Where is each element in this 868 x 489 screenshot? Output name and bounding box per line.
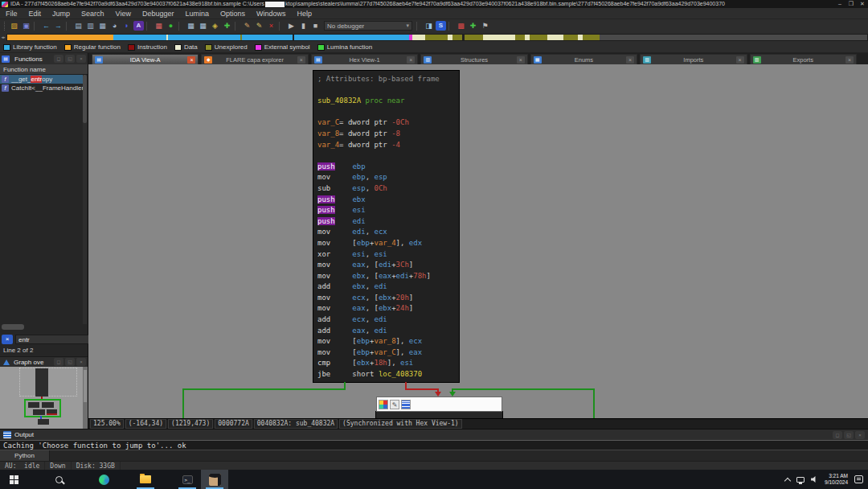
next-basic-block[interactable]	[376, 412, 502, 418]
script-icon[interactable]: S	[436, 21, 446, 31]
basic-block-node[interactable]: ; Attributes: bp-based frame sub_40832A …	[313, 71, 459, 382]
output-panel-header[interactable]: Output ◻ ◱ ×	[0, 429, 868, 440]
edit-icon[interactable]: ✎	[254, 21, 264, 31]
jump-name-icon[interactable]: ▥	[85, 21, 96, 31]
functions-horizontal-scrollbar[interactable]	[2, 324, 24, 330]
menu-file[interactable]: File	[0, 8, 23, 19]
tab-close-icon[interactable]: ×	[845, 56, 854, 64]
tray-network-icon[interactable]	[796, 477, 805, 483]
cancel-debug-icon[interactable]: ×	[266, 21, 276, 31]
asm-line[interactable]: add ebx, edi	[317, 281, 459, 293]
asm-line[interactable]: mov [ebp+var_8], ecx	[317, 336, 459, 347]
graph-overview-minimap[interactable]	[0, 367, 88, 429]
asm-line[interactable]	[317, 150, 459, 162]
node-color-palette-icon[interactable]	[379, 400, 388, 409]
taskbar-clock[interactable]: 3:21 AM 9/10/2024	[825, 473, 848, 486]
start-button[interactable]	[0, 470, 27, 489]
node-edit-icon[interactable]: ✎	[390, 400, 399, 409]
minimap-scrollbar[interactable]	[83, 367, 88, 429]
breakpoint-list-icon[interactable]: ▦	[186, 21, 196, 31]
taskbar-edge-button[interactable]	[90, 470, 117, 489]
tab-imports[interactable]: ▥Imports×	[640, 54, 747, 64]
asm-line[interactable]: cmp [ebx+18h], esi	[317, 358, 459, 369]
python-prompt-label[interactable]: Python	[0, 450, 50, 461]
menu-debugger[interactable]: Debugger	[137, 8, 180, 19]
functions-panel-header[interactable]: ▤ Functions ◻ ◱ ×	[0, 53, 88, 64]
asm-line[interactable]	[317, 85, 459, 97]
snapshot-icon[interactable]: ▦	[154, 21, 164, 31]
menu-view[interactable]: View	[110, 8, 137, 19]
taskbar-terminal-button[interactable]: >_	[174, 470, 201, 489]
tab-close-icon[interactable]: ×	[297, 56, 305, 64]
panel-close-icon[interactable]: ×	[76, 55, 86, 63]
step-into-icon[interactable]: ✚	[222, 21, 232, 31]
function-name-column-header[interactable]: Function name	[0, 64, 88, 75]
text-a-icon[interactable]: A	[133, 21, 144, 31]
clear-search-icon[interactable]: ×	[2, 335, 13, 344]
search-binary-icon[interactable]: ◕	[109, 21, 120, 31]
asm-line[interactable]: mov ebp, esp	[317, 172, 459, 183]
function-list-item[interactable]: fCatchIt<__FrameHandler3>(EHEx	[0, 84, 83, 92]
asm-line[interactable]: var_C= dword ptr -0Ch	[317, 117, 459, 129]
lumina-push-icon[interactable]: ✚	[468, 21, 478, 31]
tab-close-icon[interactable]: ×	[736, 56, 744, 64]
tab-close-icon[interactable]: ×	[517, 56, 525, 64]
menu-jump[interactable]: Jump	[47, 8, 76, 19]
asm-line[interactable]: var_4= dword ptr -4	[317, 140, 459, 151]
asm-line[interactable]: xor esi, esi	[317, 249, 459, 261]
taskbar-ida-button[interactable]	[201, 470, 228, 489]
asm-line[interactable]: sub esp, 0Ch	[317, 183, 459, 195]
asm-line[interactable]: mov [ebp+var_4], edx	[317, 238, 459, 249]
tab-flare-capa-explorer[interactable]: ◆FLARE capa explorer×	[201, 54, 308, 64]
tray-chevron-up-icon[interactable]	[785, 476, 790, 483]
ink-icon[interactable]: ◗	[121, 21, 132, 31]
nav-band[interactable]	[6, 34, 868, 41]
asm-line[interactable]	[317, 107, 459, 118]
action-center-icon[interactable]	[854, 475, 863, 483]
asm-line[interactable]: add ecx, edi	[317, 314, 459, 326]
jump-address-icon[interactable]: ▤	[73, 21, 84, 31]
tab-enums[interactable]: ▦Enums×	[530, 54, 637, 64]
tab-structures[interactable]: ▥Structures×	[420, 54, 527, 64]
taskbar-explorer-button[interactable]	[132, 470, 159, 489]
menu-options[interactable]: Options	[215, 8, 251, 19]
asm-line[interactable]: push ebp	[317, 162, 459, 173]
output-dock-icon[interactable]: ◱	[844, 431, 854, 439]
overview-restore-icon[interactable]: ◻	[54, 358, 63, 366]
navband-scroll-icon[interactable]: ◂▸	[0, 32, 6, 42]
tab-hex-view-1[interactable]: ▤Hex View-1×	[311, 54, 418, 64]
asm-line[interactable]: mov [ebp+var_C], eax	[317, 347, 459, 359]
chart-icon[interactable]: ▩	[456, 21, 466, 31]
maximize-button[interactable]: ❒	[845, 0, 857, 8]
debugger-select[interactable]: No debugger▾	[324, 21, 412, 31]
asm-line[interactable]: sub_40832A proc near	[317, 96, 459, 107]
tab-exports[interactable]: ▥Exports×	[750, 54, 857, 64]
asm-line[interactable]: mov eax, [ebx+24h]	[317, 303, 459, 314]
open-file-icon[interactable]: ▨	[9, 21, 19, 31]
tab-ida-view-a[interactable]: ▤IDA View-A×	[92, 54, 199, 64]
panel-dock-icon[interactable]: ◱	[65, 55, 75, 63]
jump-function-icon[interactable]: ▦	[97, 21, 108, 31]
asm-line[interactable]: jbe short loc_408370	[317, 369, 459, 380]
tab-close-icon[interactable]: ×	[407, 56, 415, 64]
asm-line[interactable]: mov ebx, [eax+edi+78h]	[317, 271, 459, 282]
forward-icon[interactable]: →	[53, 21, 63, 31]
overview-close-icon[interactable]: ×	[76, 358, 86, 366]
asm-line[interactable]: push ebx	[317, 195, 459, 206]
close-button[interactable]: ✕	[857, 0, 868, 8]
asm-line[interactable]: mov edi, ecx	[317, 227, 459, 238]
functions-vertical-scrollbar[interactable]	[83, 75, 87, 324]
back-icon[interactable]: ←	[41, 21, 51, 31]
function-list-item[interactable]: f__get_entropy	[0, 75, 83, 84]
overview-dock-icon[interactable]: ◱	[65, 358, 75, 366]
asm-line[interactable]: push esi	[317, 205, 459, 216]
tab-close-icon[interactable]: ×	[626, 56, 634, 64]
pause-icon[interactable]: ▮	[298, 21, 309, 31]
panel-restore-icon[interactable]: ◻	[54, 55, 63, 63]
flag-icon[interactable]: ⚑	[480, 21, 490, 31]
output-restore-icon[interactable]: ◻	[833, 431, 842, 439]
watch-list-icon[interactable]: ▦	[198, 21, 208, 31]
save-icon[interactable]: ▣	[21, 21, 31, 31]
asm-line[interactable]: ; Attributes: bp-based frame	[317, 74, 459, 85]
menu-lumina[interactable]: Lumina	[179, 8, 215, 19]
